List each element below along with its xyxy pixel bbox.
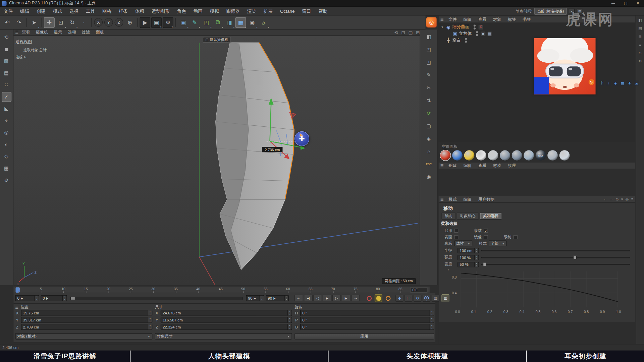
menu-item-18[interactable]: 帮助 [315,7,331,15]
next-frame-button[interactable]: ▷ [332,295,341,301]
spinner[interactable]: ▲▼ [148,310,152,316]
半径-value-field[interactable]: 100 cm▲▼ [458,248,479,253]
object-tag-0[interactable]: ✗ [478,24,483,30]
menu-item-15[interactable]: 扩展 [260,7,276,15]
size-Y-field[interactable]: 116.587 cm▲▼ [161,317,292,323]
light-button[interactable]: ☼▾ [258,17,269,28]
rotate-tool-button[interactable]: ↻▾ [67,17,78,28]
viewport-corner-icon-3[interactable]: ⊞ [416,30,420,35]
spline-pen-button[interactable]: ✎▾ [189,17,200,28]
spinner[interactable]: ▲▼ [474,262,478,266]
chapter-0[interactable]: 滑雪兔子IP思路讲解 [0,351,130,362]
spinner-up-icon[interactable]: ▲ [148,324,152,327]
viewport-solo-button[interactable]: ◎ [1,128,11,137]
spinner-down-icon[interactable]: ▼ [475,257,479,260]
timeline-frame-field[interactable]: 0 F [410,287,427,293]
editor-visibility-dot[interactable] [465,38,467,40]
plus-app-icon[interactable]: ✚ [627,80,632,86]
render-visibility-dot[interactable] [465,41,467,43]
spinner-down-icon[interactable]: ▼ [475,264,479,267]
size-X-field[interactable]: 24.676 cm▲▼ [161,310,292,316]
am-header-icon-0[interactable]: ← [603,197,607,201]
viewport-menu-5[interactable]: 面板 [93,29,106,35]
knife-tool-button[interactable]: ✂ [424,83,434,93]
range-start-field[interactable]: 0 F ▲▼ [41,295,67,301]
material-manager-hamburger-icon[interactable]: ☰ [440,164,444,168]
audio-icon[interactable]: ♪ [606,80,611,86]
menu-item-8[interactable]: 体积 [131,7,148,15]
attribute-tab-2[interactable]: 柔和选择 [480,213,502,220]
表面-checkbox[interactable] [454,235,458,239]
current-frame-field[interactable]: 0 F ▲▼ [15,295,39,301]
position-Z-field[interactable]: 2.709 cm▲▼ [21,324,152,330]
menu-item-6[interactable]: 网格 [99,7,115,15]
menu-item-12[interactable]: 模拟 [206,7,223,15]
camera-tool-button[interactable]: ◉ [424,172,434,182]
move-tool-button[interactable]: ✚ [44,17,55,28]
minimize-button[interactable]: — [607,0,620,7]
next-key-button[interactable]: ▶ [342,295,351,301]
coordinate-system-button[interactable]: ⊕ [124,17,135,28]
spinner[interactable]: ▲▼ [284,296,288,301]
viewport-menu-3[interactable]: 选项 [65,29,78,35]
last-used-tool-button[interactable]: · [78,17,89,28]
viewport-menu-4[interactable]: 过滤 [79,29,92,35]
衰减-dropdown[interactable]: 线性▼ [454,241,472,246]
spinner[interactable]: ▲▼ [430,324,434,329]
限制-checkbox[interactable] [514,235,518,239]
key-position-button[interactable]: ✚ [395,295,403,302]
am-header-icon-4[interactable]: ◎ [626,197,629,201]
render-visibility-dot[interactable] [476,34,478,36]
falloff-curve[interactable] [459,270,620,309]
viewport-corner-icon-0[interactable]: ⟲ [394,30,398,35]
points-mode-button[interactable]: ∷ [1,80,11,90]
timeline-range-slider[interactable] [70,297,243,300]
menu-item-2[interactable]: 创建 [33,7,49,15]
previous-frame-button[interactable]: ◁ [313,295,322,301]
attribute-tab-0[interactable]: 轴向 [441,213,456,220]
spinner-down-icon[interactable]: ▼ [148,327,152,329]
object-tag-0[interactable]: ◆ [480,31,486,36]
menu-item-13[interactable]: 跟踪器 [223,7,244,15]
material-menu-0[interactable]: 创建 [446,163,460,169]
size-Z-field[interactable]: 22.324 cm▲▼ [161,324,292,330]
spinner[interactable]: ▲▼ [287,324,291,329]
psr-label-button[interactable]: PSR [424,159,434,169]
viewport-corner-icon-1[interactable]: ⊡ [401,30,405,35]
camera-button[interactable]: ◉▾ [247,17,258,28]
spinner-up-icon[interactable]: ▲ [430,317,434,320]
spinner[interactable]: ▲▼ [430,310,434,316]
viewport-menu-0[interactable]: 查看 [19,29,33,35]
menu-item-1[interactable]: 编辑 [16,7,33,15]
fields-button[interactable]: ▦▾ [235,17,246,28]
viewport-menu-1[interactable]: 摄像机 [33,29,50,35]
spinner-up-icon[interactable]: ▲ [288,310,291,313]
viewport-corner-icon-2[interactable]: ▢ [409,30,413,35]
size-mode-dropdown[interactable]: 对象尺寸▼ [155,333,292,339]
rotation-B-field[interactable]: 0 °▲▼ [300,324,434,330]
enable-snap-button[interactable]: ◇ [1,152,11,161]
soft-selection-section-title[interactable]: 柔和选择 [441,221,458,227]
cube-tool-button[interactable]: ▢ [424,121,434,131]
强度-slider-handle[interactable] [573,256,577,259]
play-forward-button[interactable]: ▶ [323,295,331,301]
spinner[interactable]: ▲▼ [148,317,152,323]
redo-button[interactable]: ↷ [13,17,24,28]
宽度-slider-handle[interactable] [483,263,486,266]
grid-app-icon[interactable]: ▦ [620,80,625,86]
spinner-up-icon[interactable]: ▲ [288,324,291,327]
live-selection-button[interactable]: ➤▾ [29,17,40,28]
ring-material[interactable] [488,150,498,161]
material-menu-4[interactable]: 纹理 [505,163,519,169]
am-header-icon-2[interactable]: ⊙ [615,197,619,201]
chapter-1[interactable]: 人物头部建模 [130,351,328,362]
spinner-up-icon[interactable]: ▲ [475,262,479,264]
key-rotation-button[interactable]: ↻ [414,295,421,302]
spinner[interactable]: ▲▼ [35,296,39,301]
edges-mode-button[interactable]: ∕ [1,92,11,102]
viewport-hamburger-icon[interactable]: ☰ [15,31,18,35]
scale-tool-button[interactable]: ⊡▾ [55,17,66,28]
menu-item-5[interactable]: 工具 [82,7,99,15]
workplane-button[interactable]: ▦ [1,163,11,173]
镜像-checkbox[interactable] [484,235,488,239]
